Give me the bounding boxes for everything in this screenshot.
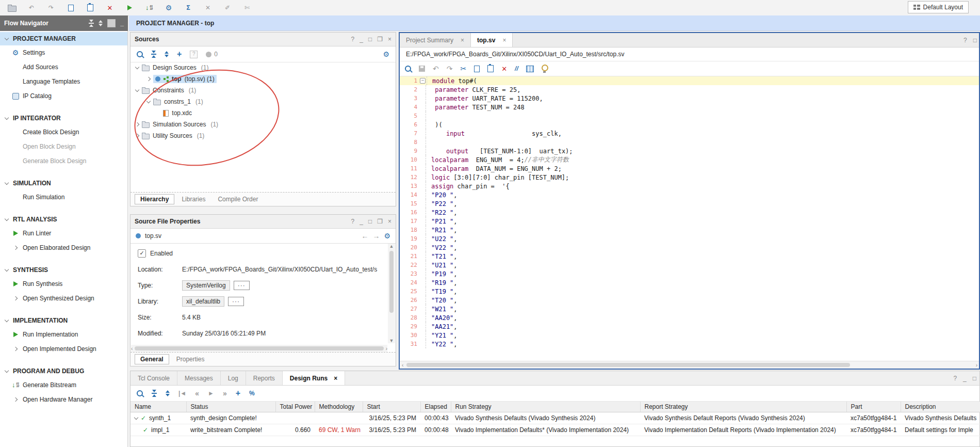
tab-properties[interactable]: Properties	[171, 355, 210, 364]
console-tab-design-runs[interactable]: Design Runs×	[283, 371, 345, 385]
chevron-right-icon[interactable]	[135, 134, 139, 138]
open-project-icon[interactable]	[7, 3, 17, 12]
column-header-description[interactable]: Description	[901, 402, 980, 412]
close-icon[interactable]: ×	[334, 375, 337, 382]
sidebar-item-run-linter[interactable]: Run Linter	[0, 226, 127, 241]
design-run-row[interactable]: ✓impl_1write_bitstream Complete!0.66069 …	[130, 424, 980, 436]
undo-icon[interactable]: ↶	[27, 3, 36, 12]
tree-row-constrs_1[interactable]: constrs_1(1)	[130, 96, 396, 107]
close-icon[interactable]: ×	[502, 37, 506, 44]
next-run-icon[interactable]: »	[223, 389, 227, 397]
tree-row-top[interactable]: top (top.sv) (1)	[130, 73, 396, 85]
sidebar-section-simulation[interactable]: SIMULATION	[0, 177, 127, 190]
minimize-icon[interactable]: _	[120, 20, 124, 27]
close-icon[interactable]: ×	[461, 37, 464, 44]
column-header-start[interactable]: Start	[363, 402, 420, 412]
forward-icon[interactable]: →	[372, 232, 380, 240]
help-icon[interactable]: ?	[953, 375, 957, 382]
layout-selector[interactable]: Default Layout	[908, 1, 969, 13]
expand-all-icon[interactable]	[99, 20, 103, 26]
delete-icon[interactable]: ✕	[105, 3, 115, 12]
message-filter-badge[interactable]: 0	[206, 51, 218, 58]
enabled-checkbox[interactable]: ✓	[138, 249, 146, 258]
first-run-icon[interactable]: |◄	[178, 390, 186, 397]
chevron-down-icon[interactable]	[134, 415, 138, 419]
console-tab-tcl-console[interactable]: Tcl Console	[130, 371, 177, 385]
redo-icon[interactable]: ↷	[447, 65, 453, 73]
sidebar-item-ip-catalog[interactable]: IP Catalog	[0, 89, 127, 103]
sidebar-section-program-and-debug[interactable]: PROGRAM AND DEBUG	[0, 364, 127, 378]
sidebar-item-generate-bitstream[interactable]: ↓0110Generate Bitstream	[0, 378, 127, 392]
column-header-part[interactable]: Part	[846, 402, 901, 412]
tab-general[interactable]: General	[135, 354, 169, 364]
float-icon[interactable]: ❐	[377, 218, 383, 225]
minimize-icon[interactable]: _	[360, 36, 363, 43]
maximize-icon[interactable]: □	[973, 375, 976, 382]
tree-row-constraints[interactable]: Constraints(1)	[130, 85, 396, 96]
editor-tab-project-summary[interactable]: Project Summary×	[400, 33, 471, 47]
property-field[interactable]: xil_defaultlib	[182, 296, 224, 307]
tree-row-top-xdc[interactable]: top.xdc	[130, 107, 396, 119]
settings-icon[interactable]: ⚙	[164, 3, 173, 12]
sidebar-section-implementation[interactable]: IMPLEMENTATION	[0, 314, 127, 327]
properties-horizontal-scrollbar[interactable]: ‹›	[131, 345, 387, 352]
collapse-all-icon[interactable]	[89, 20, 94, 27]
search-icon[interactable]	[405, 66, 411, 72]
console-tab-log[interactable]: Log	[221, 371, 246, 385]
back-icon[interactable]: ←	[361, 232, 368, 240]
sidebar-item-open-elaborated-design[interactable]: Open Elaborated Design	[0, 241, 127, 255]
toggle-comment-icon[interactable]: //	[515, 65, 518, 72]
delete-icon[interactable]: ✕	[501, 65, 507, 73]
sidebar-item-create-block-design[interactable]: Create Block Design	[0, 125, 127, 139]
ellipsis-button[interactable]: ···	[234, 281, 250, 290]
editor-tab-top-sv[interactable]: top.sv×	[471, 33, 513, 47]
sidebar-section-project-manager[interactable]: PROJECT MANAGER	[0, 32, 127, 45]
sidebar-item-open-block-design[interactable]: Open Block Design	[0, 139, 127, 154]
sidebar-item-add-sources[interactable]: Add Sources	[0, 60, 127, 74]
sidebar-item-language-templates[interactable]: Language Templates	[0, 74, 127, 89]
help-icon[interactable]: ?	[351, 36, 355, 43]
report-sigma-icon[interactable]: Σ	[184, 3, 193, 12]
save-icon[interactable]	[419, 66, 425, 72]
minimize-icon[interactable]: _	[360, 218, 363, 225]
editor-horizontal-scrollbar[interactable]: ‹ ›	[400, 361, 979, 369]
column-header-total-power[interactable]: Total Power	[275, 402, 315, 412]
sidebar-section-ip-integrator[interactable]: IP INTEGRATOR	[0, 111, 127, 125]
copy-icon[interactable]	[66, 3, 75, 12]
maximize-icon[interactable]: □	[973, 37, 977, 44]
cut-icon[interactable]: ✂	[460, 65, 466, 73]
play-run-icon[interactable]: ►	[208, 390, 214, 397]
maximize-icon[interactable]: □	[368, 218, 372, 225]
property-field[interactable]: SystemVerilog	[182, 280, 230, 291]
properties-settings-icon[interactable]: ⚙	[384, 232, 390, 240]
autofix-bulb-icon[interactable]	[542, 65, 548, 73]
collapse-all-icon[interactable]	[152, 390, 157, 397]
chevron-right-icon[interactable]	[135, 122, 139, 126]
help-icon[interactable]: ?	[351, 218, 355, 225]
column-header-methodology[interactable]: Methodology	[315, 402, 363, 412]
paste-icon[interactable]	[86, 3, 95, 12]
maximize-icon[interactable]: □	[368, 36, 372, 43]
properties-vertical-scrollbar[interactable]: ▲ ▼	[388, 244, 395, 343]
chevron-down-icon[interactable]	[135, 87, 139, 91]
column-header-elapsed[interactable]: Elapsed	[420, 402, 451, 412]
sidebar-section-synthesis[interactable]: SYNTHESIS	[0, 263, 127, 277]
code-area[interactable]: 1–module top#(2 parameter CLK_FRE = 25,3…	[400, 76, 979, 361]
sidebar-item-generate-block-design[interactable]: Generate Block Design	[0, 154, 127, 168]
previous-run-icon[interactable]: «	[195, 389, 199, 397]
redo-icon[interactable]: ↷	[46, 3, 56, 12]
create-run-icon[interactable]: +	[236, 389, 240, 398]
minimize-icon[interactable]: _	[963, 375, 967, 382]
sidebar-item-run-simulation[interactable]: Run Simulation	[0, 190, 127, 204]
copy-icon[interactable]	[474, 66, 480, 72]
design-run-row[interactable]: ✓synth_1synth_design Complete!3/16/25, 5…	[130, 412, 980, 424]
help-icon[interactable]: ?	[963, 37, 967, 44]
ellipsis-button[interactable]: ···	[228, 297, 244, 306]
paste-icon[interactable]	[487, 65, 494, 72]
collapse-all-icon[interactable]	[151, 51, 156, 58]
generate-bitstream-icon[interactable]: ↓0110	[144, 3, 154, 12]
column-header-report-strategy[interactable]: Report Strategy	[640, 402, 846, 412]
undo-icon[interactable]: ↶	[433, 65, 439, 73]
tab-compile-order[interactable]: Compile Order	[213, 195, 263, 204]
sidebar-section-rtl-analysis[interactable]: RTL ANALYSIS	[0, 213, 127, 226]
